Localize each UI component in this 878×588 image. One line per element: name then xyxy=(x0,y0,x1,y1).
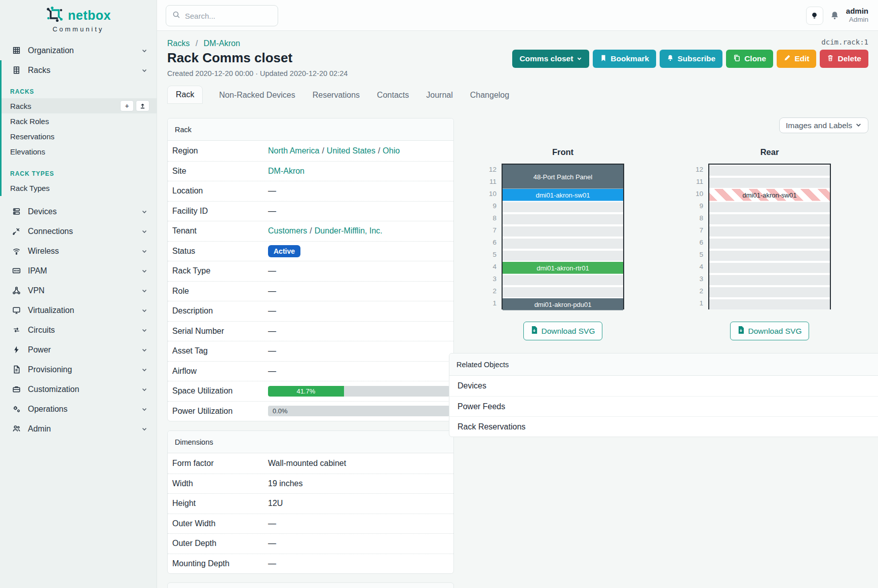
rack-unit-empty[interactable] xyxy=(503,287,623,297)
sidebar-item-wireless[interactable]: Wireless xyxy=(0,241,157,261)
sidebar-item-circuits[interactable]: Circuits xyxy=(0,320,157,340)
rack-unit-empty[interactable] xyxy=(503,251,623,261)
sidebar-item-virtualization[interactable]: Virtualization xyxy=(0,300,157,320)
monitor-icon xyxy=(12,306,21,315)
sidebar-item-admin[interactable]: Admin xyxy=(0,419,157,439)
rack-device[interactable]: dmi01-akron-pdu01 xyxy=(503,298,623,310)
rack-unit-number: 8 xyxy=(688,212,707,224)
related-objects-header: Related Objects xyxy=(449,354,878,376)
sidebar-item-racks[interactable]: Racks + xyxy=(0,98,157,113)
sidebar-item-elevations[interactable]: Elevations xyxy=(0,144,157,159)
tab-reservations[interactable]: Reservations xyxy=(312,87,361,104)
sidebar-item-reservations[interactable]: Reservations xyxy=(0,129,157,144)
bookmark-button[interactable]: Bookmark xyxy=(593,50,656,68)
theme-toggle-button[interactable] xyxy=(806,7,823,25)
tab-non-racked-devices[interactable]: Non-Racked Devices xyxy=(218,87,296,104)
rack-device[interactable]: 48-Port Patch Panel xyxy=(503,165,623,189)
sidebar: netbox Community Organization Racks xyxy=(0,0,157,588)
clone-button[interactable]: Clone xyxy=(726,50,773,68)
rear-elevation: Rear 121110987654321 dmi01-akron-sw01 Do… xyxy=(688,147,831,340)
pencil-icon xyxy=(784,54,791,63)
sidebar-nav: Organization Racks RACKS Racks + xyxy=(0,41,157,439)
rack-unit-number: 3 xyxy=(688,273,707,285)
rack-unit-empty[interactable] xyxy=(709,202,830,212)
rack-unit-empty[interactable] xyxy=(709,263,830,273)
download-svg-rear-button[interactable]: Download SVG xyxy=(730,322,810,340)
rack-unit-empty[interactable] xyxy=(503,275,623,285)
rack-unit-empty[interactable] xyxy=(503,202,623,212)
add-button[interactable]: + xyxy=(120,100,134,111)
rack-unit-empty[interactable] xyxy=(503,214,623,224)
search-input[interactable] xyxy=(185,12,266,20)
tab-journal[interactable]: Journal xyxy=(425,87,453,104)
rack-unit-empty[interactable] xyxy=(709,226,830,237)
rack-unit-empty[interactable] xyxy=(709,239,830,249)
rack-unit-empty[interactable] xyxy=(709,287,830,297)
elevation-view-selector[interactable]: Images and Labels xyxy=(779,117,868,133)
tab-changelog[interactable]: Changelog xyxy=(469,87,510,104)
rack-panel: Rack Region North America/United States/… xyxy=(167,118,454,421)
rack-unit-number: 11 xyxy=(688,176,707,188)
sidebar-item-rack-types[interactable]: Rack Types xyxy=(0,180,157,195)
rack-device[interactable]: dmi01-akron-rtr01 xyxy=(503,262,623,274)
wifi-icon xyxy=(12,247,21,255)
sidebar-item-power[interactable]: Power xyxy=(0,340,157,360)
rack-unit-number: 5 xyxy=(481,249,501,261)
delete-button[interactable]: Delete xyxy=(820,50,868,68)
related-row-devices[interactable]: Devices 4 xyxy=(449,376,878,396)
sidebar-item-provisioning[interactable]: Provisioning xyxy=(0,360,157,379)
chevron-down-icon xyxy=(141,386,147,393)
tab-rack[interactable]: Rack xyxy=(167,86,203,104)
action-buttons: Comms closet Bookmark Subscribe Clone Ed… xyxy=(512,50,868,68)
sidebar-item-customization[interactable]: Customization xyxy=(0,379,157,399)
sidebar-item-vpn[interactable]: VPN xyxy=(0,281,157,300)
edit-button[interactable]: Edit xyxy=(777,50,816,68)
rack-device[interactable]: dmi01-akron-sw01 xyxy=(503,189,623,201)
tenant-group-link[interactable]: Customers xyxy=(268,226,307,235)
breadcrumb-site-link[interactable]: DM-Akron xyxy=(204,39,240,48)
row-airflow: Airflow — xyxy=(168,361,453,381)
chevron-down-icon xyxy=(141,248,147,254)
related-row-rack-reservations[interactable]: Rack Reservations — xyxy=(449,416,878,437)
tenant-link[interactable]: Dunder-Mifflin, Inc. xyxy=(315,226,383,235)
sidebar-section-rack-types: RACK TYPES xyxy=(0,167,157,180)
user-menu[interactable]: admin Admin xyxy=(846,7,868,25)
region-link[interactable]: Ohio xyxy=(383,146,400,155)
site-link[interactable]: DM-Akron xyxy=(268,167,304,175)
related-row-power-feeds[interactable]: Power Feeds — xyxy=(449,396,878,416)
import-button[interactable] xyxy=(136,100,149,111)
breadcrumb-racks-link[interactable]: Racks xyxy=(167,39,189,48)
rack-unit-empty[interactable] xyxy=(503,239,623,249)
sidebar-item-operations[interactable]: Operations xyxy=(0,399,157,419)
global-search[interactable] xyxy=(166,5,278,26)
rack-group-dropdown-button[interactable]: Comms closet xyxy=(512,50,589,68)
row-description: Description — xyxy=(168,301,453,321)
rack-unit-empty[interactable] xyxy=(709,299,830,309)
subscribe-button[interactable]: Subscribe xyxy=(660,50,722,68)
rack-unit-empty[interactable] xyxy=(709,166,830,176)
notifications-bell-icon[interactable] xyxy=(830,11,839,20)
rack-unit-empty[interactable] xyxy=(709,214,830,224)
building-icon xyxy=(12,46,21,55)
rack-unit-empty[interactable] xyxy=(503,226,623,237)
sidebar-item-connections[interactable]: Connections xyxy=(0,221,157,241)
sidebar-item-ipam[interactable]: IPAM xyxy=(0,261,157,281)
document-icon xyxy=(12,365,21,374)
users-icon xyxy=(12,424,21,433)
sidebar-item-organization[interactable]: Organization xyxy=(0,41,157,60)
rack-device[interactable]: dmi01-akron-sw01 xyxy=(709,189,830,201)
trash-icon xyxy=(827,54,834,64)
tab-contacts[interactable]: Contacts xyxy=(376,87,410,104)
sidebar-item-racks-group[interactable]: Racks xyxy=(0,60,157,80)
chevron-down-icon xyxy=(141,307,147,313)
rack-unit-empty[interactable] xyxy=(709,178,830,188)
rack-unit-empty[interactable] xyxy=(709,251,830,261)
download-svg-front-button[interactable]: Download SVG xyxy=(523,322,603,340)
sidebar-item-devices[interactable]: Devices xyxy=(0,202,157,221)
brand[interactable]: netbox Community xyxy=(0,0,157,41)
region-link[interactable]: United States xyxy=(327,146,375,155)
sidebar-item-rack-roles[interactable]: Rack Roles xyxy=(0,113,157,129)
rack-unit-empty[interactable] xyxy=(709,275,830,285)
region-link[interactable]: North America xyxy=(268,146,319,155)
file-download-icon xyxy=(738,326,744,336)
